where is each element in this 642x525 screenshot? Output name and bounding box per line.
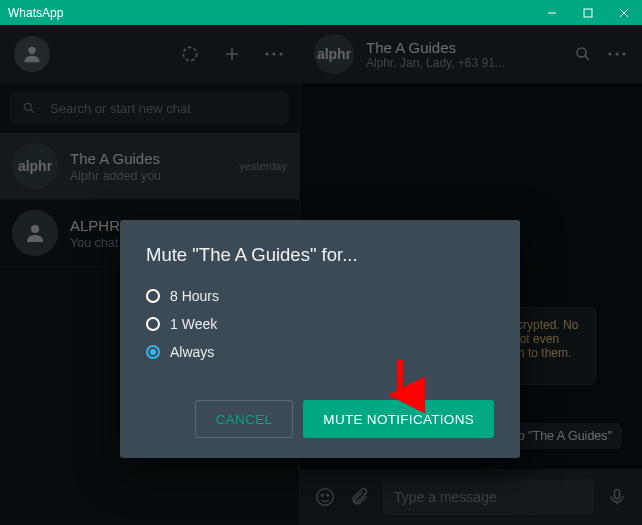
window-maximize-button[interactable] (570, 0, 606, 25)
mute-option-label: Always (170, 344, 214, 360)
search-in-chat-icon[interactable] (572, 43, 594, 65)
mute-option-8hours[interactable]: 8 Hours (146, 288, 494, 304)
mute-dialog: Mute "The A Guides" for... 8 Hours 1 Wee… (120, 220, 520, 458)
cancel-button[interactable]: Cancel (195, 400, 294, 438)
svg-point-13 (31, 225, 39, 233)
svg-point-18 (622, 52, 625, 55)
svg-rect-22 (615, 490, 620, 499)
attach-icon[interactable] (348, 486, 370, 508)
radio-icon (146, 345, 160, 359)
composer: Type a message (300, 469, 642, 525)
message-placeholder: Type a message (394, 489, 497, 505)
chat-header-avatar[interactable]: alphr (314, 34, 354, 74)
chat-title: The A Guides (70, 150, 227, 167)
window-title: WhatsApp (0, 6, 534, 20)
chat-menu-icon[interactable] (606, 43, 628, 65)
svg-point-8 (265, 52, 268, 55)
svg-point-9 (272, 52, 275, 55)
menu-icon[interactable] (263, 43, 285, 65)
svg-point-20 (321, 494, 323, 496)
status-icon[interactable] (179, 43, 201, 65)
svg-point-21 (327, 494, 329, 496)
dialog-title: Mute "The A Guides" for... (146, 244, 494, 266)
mute-option-always[interactable]: Always (146, 344, 494, 360)
chat-header-subtitle: Alphr, Jan, Lady, +63 91... (366, 56, 560, 70)
radio-icon (146, 317, 160, 331)
chat-time: yesterday (239, 160, 287, 172)
chat-header: alphr The A Guides Alphr, Jan, Lady, +63… (300, 25, 642, 83)
svg-line-12 (31, 110, 34, 113)
chat-avatar: alphr (12, 143, 58, 189)
mute-option-label: 1 Week (170, 316, 217, 332)
radio-icon (146, 289, 160, 303)
mute-notifications-button[interactable]: Mute Notifications (303, 400, 494, 438)
mic-icon[interactable] (606, 486, 628, 508)
mute-option-1week[interactable]: 1 Week (146, 316, 494, 332)
new-chat-icon[interactable] (221, 43, 243, 65)
search-input[interactable]: Search or start new chat (10, 91, 289, 125)
emoji-icon[interactable] (314, 486, 336, 508)
chat-header-title: The A Guides (366, 39, 560, 56)
search-icon (22, 101, 36, 115)
profile-avatar[interactable] (14, 36, 50, 72)
svg-point-19 (317, 489, 334, 506)
svg-point-14 (577, 48, 586, 57)
chat-subtitle: Alphr added you (70, 169, 227, 183)
chat-list-item[interactable]: alphr The A Guides Alphr added you yeste… (0, 133, 299, 200)
svg-point-16 (608, 52, 611, 55)
svg-point-10 (279, 52, 282, 55)
sidebar-header (0, 25, 299, 83)
svg-point-4 (28, 47, 35, 54)
window-minimize-button[interactable] (534, 0, 570, 25)
window-close-button[interactable] (606, 0, 642, 25)
search-bar: Search or start new chat (0, 83, 299, 133)
svg-line-15 (585, 56, 589, 60)
chat-avatar (12, 210, 58, 256)
mute-option-label: 8 Hours (170, 288, 219, 304)
window-titlebar: WhatsApp (0, 0, 642, 25)
svg-point-11 (24, 103, 31, 110)
svg-point-5 (183, 47, 196, 60)
search-placeholder: Search or start new chat (50, 101, 191, 116)
svg-point-17 (615, 52, 618, 55)
message-input[interactable]: Type a message (382, 479, 594, 515)
svg-rect-1 (584, 9, 592, 17)
